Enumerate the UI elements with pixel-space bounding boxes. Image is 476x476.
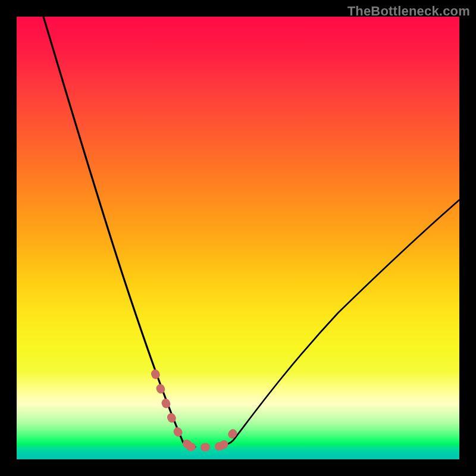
left-curve [43, 17, 195, 447]
plot-frame [17, 17, 459, 459]
watermark-text: TheBottleneck.com [347, 4, 470, 19]
curve-overlay [17, 17, 459, 459]
right-curve [222, 200, 459, 445]
trough-highlight-bottom [190, 446, 221, 447]
trough-highlight-left [155, 374, 193, 447]
